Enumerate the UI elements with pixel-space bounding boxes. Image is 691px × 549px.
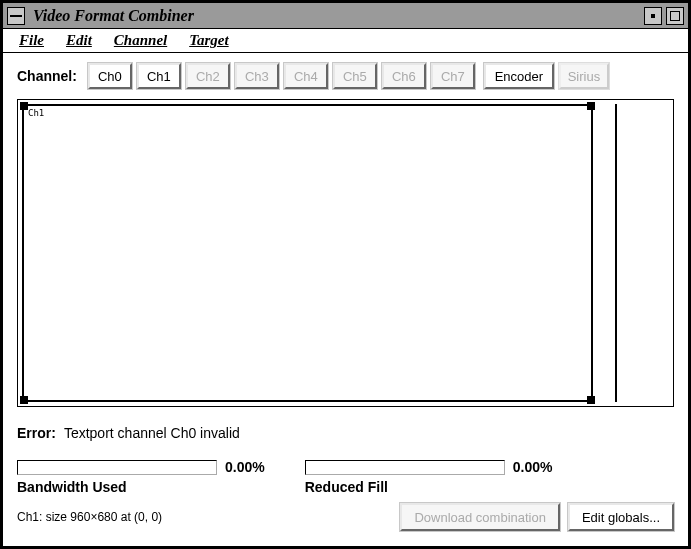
channel-label: Channel:	[17, 68, 77, 84]
meters-row: 0.00% Bandwidth Used 0.00% Reduced Fill	[17, 459, 674, 495]
error-label: Error:	[17, 425, 56, 441]
channel-button-ch6: Ch6	[382, 63, 426, 89]
error-message: Textport channel Ch0 invalid	[64, 425, 240, 441]
bandwidth-value: 0.00%	[225, 459, 265, 475]
channel-button-ch1[interactable]: Ch1	[137, 63, 181, 89]
content-area: Channel: Ch0 Ch1 Ch2 Ch3 Ch4 Ch5 Ch6 Ch7…	[3, 53, 688, 539]
fill-bar	[305, 460, 505, 475]
resize-handle-tl[interactable]	[20, 102, 28, 110]
resize-handle-tr[interactable]	[587, 102, 595, 110]
channel-button-ch0[interactable]: Ch0	[88, 63, 132, 89]
canvas-panel: Ch1	[17, 99, 674, 407]
bandwidth-meter: 0.00% Bandwidth Used	[17, 459, 265, 495]
fill-value: 0.00%	[513, 459, 553, 475]
menu-channel[interactable]: Channel	[114, 32, 167, 49]
bandwidth-bar	[17, 460, 217, 475]
channel-rect-ch1[interactable]: Ch1	[22, 104, 593, 402]
maximize-button[interactable]	[666, 7, 684, 25]
channel-button-ch4: Ch4	[284, 63, 328, 89]
channel-rect-label: Ch1	[28, 108, 44, 118]
edit-globals-button[interactable]: Edit globals...	[568, 503, 674, 531]
download-combination-button: Download combination	[400, 503, 560, 531]
menu-edit[interactable]: Edit	[66, 32, 92, 49]
window-menu-button[interactable]	[7, 7, 25, 25]
minimize-button[interactable]	[644, 7, 662, 25]
resize-handle-bl[interactable]	[20, 396, 28, 404]
menubar: File Edit Channel Target	[3, 29, 688, 53]
channel-button-ch3: Ch3	[235, 63, 279, 89]
menu-target[interactable]: Target	[189, 32, 228, 49]
status-text: Ch1: size 960×680 at (0, 0)	[17, 510, 162, 524]
sirius-button: Sirius	[559, 63, 609, 89]
error-row: Error: Textport channel Ch0 invalid	[17, 425, 674, 441]
channel-button-ch7: Ch7	[431, 63, 475, 89]
channel-button-ch5: Ch5	[333, 63, 377, 89]
fill-meter: 0.00% Reduced Fill	[305, 459, 553, 495]
titlebar[interactable]: Video Format Combiner	[3, 3, 688, 29]
bandwidth-label: Bandwidth Used	[17, 479, 265, 495]
channel-toolbar: Channel: Ch0 Ch1 Ch2 Ch3 Ch4 Ch5 Ch6 Ch7…	[17, 63, 674, 89]
resize-handle-br[interactable]	[587, 396, 595, 404]
app-window: Video Format Combiner File Edit Channel …	[0, 0, 691, 549]
window-title: Video Format Combiner	[33, 7, 644, 25]
fill-label: Reduced Fill	[305, 479, 553, 495]
encoder-button[interactable]: Encoder	[484, 63, 554, 89]
menu-file[interactable]: File	[19, 32, 44, 49]
canvas-divider	[615, 104, 617, 402]
channel-button-ch2: Ch2	[186, 63, 230, 89]
footer-row: Ch1: size 960×680 at (0, 0) Download com…	[17, 503, 674, 531]
